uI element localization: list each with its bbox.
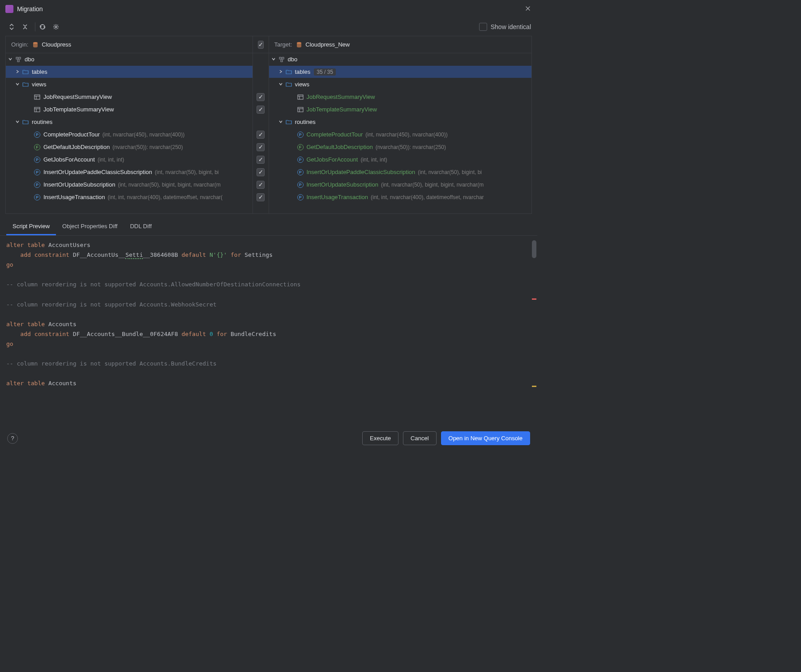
check-cell[interactable]: ✓ [253,191,269,204]
execute-button[interactable]: Execute [362,431,398,445]
tree-item[interactable]: PCompleteProductTour(int, nvarchar(450),… [269,128,532,141]
chevron-right-icon[interactable] [278,69,284,75]
open-console-button[interactable]: Open in New Query Console [441,431,530,445]
tree-item[interactable]: FGetDefaultJobDescription(nvarchar(50)):… [6,141,253,153]
schema-icon [15,56,22,63]
check-cell[interactable]: ✓ [253,91,269,103]
show-identical-toggle[interactable]: Show identical [479,23,531,31]
folder-icon [22,68,29,76]
code-line [6,310,531,319]
tree-views[interactable]: views [269,78,532,91]
chevron-down-icon[interactable] [278,119,284,125]
check-icon[interactable]: ✓ [257,131,265,139]
tree-item[interactable]: PInsertUsageTransaction(int, int, nvarch… [6,191,253,204]
origin-checks: ✓✓✓✓✓✓✓✓ [253,53,269,213]
tree-routines[interactable]: routines [6,116,253,128]
tree-item[interactable]: PInsertOrUpdateSubscription(int, nvarcha… [6,179,253,191]
close-icon[interactable] [525,5,532,13]
chevron-down-icon[interactable] [8,56,14,63]
footer: ? Execute Cancel Open in New Query Conso… [0,426,537,451]
tree-item[interactable]: PInsertOrUpdatePaddleClassicSubscription… [269,166,532,179]
cancel-button[interactable]: Cancel [403,431,436,445]
origin-panel: Origin: Cloudpress ✓ dbotablesviewsJobRe… [6,36,269,213]
folder-icon [285,81,292,88]
check-icon[interactable]: ✓ [257,181,265,189]
tables-count-badge: 35 / 35 [314,68,336,76]
procedure-icon: P [34,169,41,176]
check-icon[interactable]: ✓ [257,156,265,164]
tree-item[interactable]: PCompleteProductTour(int, nvarchar(450),… [6,128,253,141]
check-icon[interactable]: ✓ [257,143,265,151]
tree-tables[interactable]: tables [6,66,253,78]
collapse-all-icon[interactable] [20,21,30,32]
check-cell[interactable]: ✓ [253,128,269,141]
script-editor[interactable]: alter table AccountUsers add constraint … [0,236,537,410]
procedure-icon: P [297,194,304,201]
target-header: Target: Cloudpress_New [269,36,532,53]
titlebar: Migration [0,0,537,18]
tree-item[interactable]: PInsertOrUpdateSubscription(int, nvarcha… [269,179,532,191]
check-cell[interactable]: ✓ [253,179,269,191]
check-cell [253,66,269,78]
check-icon[interactable]: ✓ [257,106,265,114]
tree-item[interactable]: JobRequestSummaryView [6,91,253,103]
procedure-icon: P [297,131,304,138]
check-all-icon[interactable]: ✓ [258,41,264,49]
folder-icon [22,119,29,126]
tree-item[interactable]: JobTemplateSummaryView [269,103,532,116]
warning-marker[interactable] [532,386,536,387]
chevron-down-icon[interactable] [15,119,21,125]
tree-item[interactable]: PInsertOrUpdatePaddleClassicSubscription… [6,166,253,179]
check-icon[interactable]: ✓ [257,168,265,176]
check-icon[interactable]: ✓ [257,93,265,101]
scroll-thumb[interactable] [532,240,536,258]
svg-rect-4 [17,60,19,62]
settings-icon[interactable] [51,21,61,32]
tree-schema[interactable]: dbo [6,53,253,66]
tree-routines[interactable]: routines [269,116,532,128]
tree-item[interactable]: PGetJobsForAccount(int, int, int) [6,153,253,166]
check-cell[interactable]: ✓ [253,153,269,166]
code-line [6,349,531,359]
chevron-down-icon[interactable] [278,81,284,88]
code-line: go [6,260,531,270]
tree-schema[interactable]: dbo [269,53,532,66]
chevron-right-icon[interactable] [15,69,21,75]
tree-item[interactable]: JobTemplateSummaryView [6,103,253,116]
svg-rect-12 [279,57,281,59]
refresh-icon[interactable] [37,21,48,32]
folder-icon [22,81,29,88]
chevron-down-icon[interactable] [271,56,277,63]
origin-header: Origin: Cloudpress [6,36,253,53]
tree-item[interactable]: PGetJobsForAccount(int, int, int) [269,153,532,166]
tree-tables[interactable]: tables35 / 35 [269,66,532,78]
origin-check-header[interactable]: ✓ [253,36,269,53]
code-line: -- column reordering is not supported Ac… [6,280,531,289]
view-icon [297,106,304,113]
show-identical-label: Show identical [491,23,531,30]
error-marker[interactable] [532,298,536,300]
target-label: Target: [274,41,292,48]
check-cell[interactable]: ✓ [253,141,269,153]
show-identical-checkbox[interactable] [479,23,487,31]
database-icon [296,41,303,48]
tree-item[interactable]: PInsertUsageTransaction(int, int, nvarch… [269,191,532,204]
check-icon[interactable]: ✓ [257,193,265,201]
check-cell[interactable]: ✓ [253,166,269,179]
help-icon[interactable]: ? [7,433,18,444]
tab-ddl-diff[interactable]: DDL Diff [124,218,158,235]
chevron-down-icon[interactable] [15,81,21,88]
scrollbar[interactable] [532,240,536,410]
tree-item[interactable]: JobRequestSummaryView [269,91,532,103]
target-tree[interactable]: dbotables35 / 35viewsJobRequestSummaryVi… [269,53,532,213]
svg-rect-8 [34,107,40,112]
expand-all-icon[interactable] [6,21,17,32]
tab-script-preview[interactable]: Script Preview [6,218,56,235]
code-line: alter table Accounts [6,379,531,388]
tree-item[interactable]: FGetDefaultJobDescription(nvarchar(50)):… [269,141,532,153]
tab-object-properties-diff[interactable]: Object Properties Diff [56,218,124,235]
origin-tree[interactable]: dbotablesviewsJobRequestSummaryViewJobTe… [6,53,253,213]
check-cell[interactable]: ✓ [253,103,269,116]
view-icon [34,94,41,101]
tree-views[interactable]: views [6,78,253,91]
